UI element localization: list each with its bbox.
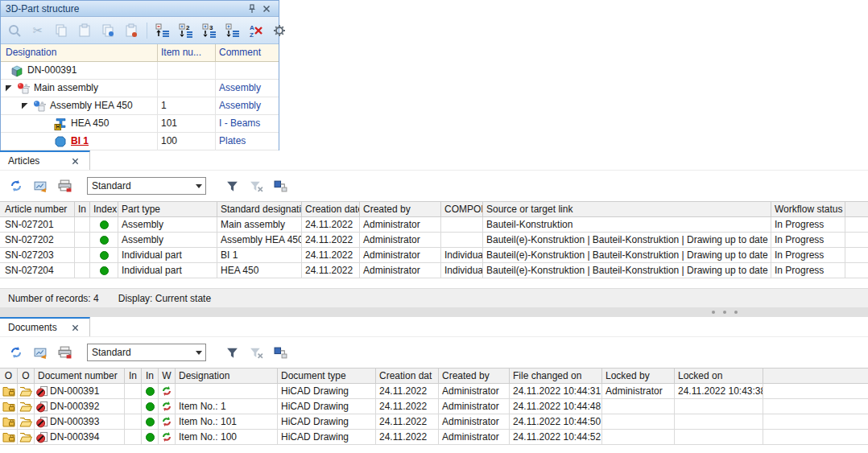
column-header-in2[interactable]: In	[142, 369, 159, 383]
filter-icon[interactable]	[222, 176, 242, 196]
refresh-icon[interactable]	[6, 176, 26, 196]
article-row[interactable]: SN-027204 Individual part HEA 450 24.11.…	[0, 263, 868, 278]
document-row[interactable]: DN-000391 HiCAD Drawing 24.11.2022 Admin…	[0, 384, 868, 399]
cell-in2	[142, 430, 159, 444]
collapse-all-icon[interactable]	[153, 21, 172, 40]
pin-icon[interactable]	[245, 2, 259, 15]
folder-locked-icon[interactable]	[2, 416, 15, 427]
document-number-text: DN-000393	[50, 414, 99, 429]
tree-label-highlighted[interactable]: BI 1	[71, 133, 89, 150]
folder-open-icon[interactable]	[19, 431, 32, 443]
column-header-created-by[interactable]: Created by	[439, 369, 510, 383]
folder-locked-icon[interactable]	[2, 401, 15, 412]
tree-expander-icon[interactable]	[6, 85, 12, 92]
cell-file-changed-on: 24.11.2022 10:44:50	[510, 414, 602, 429]
tree-row[interactable]: Main assembly Assembly	[1, 80, 279, 97]
linked-search-icon[interactable]	[271, 343, 290, 362]
column-header-o1[interactable]: O	[0, 369, 18, 383]
tab-documents[interactable]: Documents	[0, 317, 90, 336]
cell-document-type: HiCAD Drawing	[278, 399, 376, 414]
document-row[interactable]: DN-000392 Item No.: 1 HiCAD Drawing 24.1…	[0, 399, 868, 414]
result-list-select[interactable]: Standard	[87, 344, 206, 361]
tab-articles[interactable]: Articles	[0, 150, 90, 170]
column-header-in[interactable]: In	[75, 202, 90, 216]
folder-locked-icon[interactable]	[2, 431, 15, 443]
column-header-workflow-status[interactable]: Workflow status	[771, 202, 845, 216]
cell-item-number	[158, 62, 216, 79]
cell-locked-by: Administrator	[602, 384, 675, 398]
filter-icon[interactable]	[222, 343, 242, 362]
column-header-o2[interactable]: O	[18, 369, 35, 383]
document-row[interactable]: DN-000393 Item No.: 101 HiCAD Drawing 24…	[0, 414, 868, 430]
folder-open-icon[interactable]	[19, 385, 32, 397]
panel-splitter[interactable]	[0, 307, 868, 317]
tree-row[interactable]: Assembly HEA 450 1 Assembly	[1, 97, 279, 115]
expand-all-icon[interactable]	[223, 21, 242, 40]
column-header-comment[interactable]: Comment	[216, 44, 279, 61]
copy-with-attributes-icon[interactable]	[98, 21, 118, 40]
export-view-icon[interactable]	[31, 343, 50, 362]
document-row[interactable]: DN-000394 Item No.: 100 HiCAD Drawing 24…	[0, 430, 868, 445]
cell-designation: Item No.: 1	[176, 399, 278, 414]
column-header-creation-date[interactable]: Creation date	[302, 202, 360, 216]
cell-document-type: HiCAD Drawing	[278, 384, 376, 398]
article-row[interactable]: SN-027201 Assembly Main assembly 24.11.2…	[0, 217, 868, 233]
clear-filter-icon[interactable]	[246, 343, 266, 362]
column-header-item-number[interactable]: Item nu...	[158, 44, 216, 61]
column-header-document-number[interactable]: Document number	[35, 369, 125, 383]
documents-toolbar: Standard	[0, 337, 868, 368]
assembly-blue-icon	[33, 100, 46, 113]
close-icon[interactable]	[259, 2, 274, 15]
column-header-document-type[interactable]: Document type	[278, 369, 376, 383]
tab-close-icon[interactable]	[68, 321, 81, 334]
result-list-select[interactable]: Standard	[87, 177, 206, 195]
linked-search-icon[interactable]	[271, 176, 290, 196]
cell-comment: Assembly	[216, 97, 279, 114]
print-icon[interactable]	[55, 343, 74, 362]
article-row[interactable]: SN-027203 Individual part BI 1 24.11.202…	[0, 248, 868, 263]
column-header-in1[interactable]: In	[125, 369, 142, 383]
column-header-component[interactable]: COMPOI	[441, 202, 483, 216]
cut-icon[interactable]: ✂	[28, 21, 48, 40]
export-view-icon[interactable]	[31, 176, 50, 196]
search-icon[interactable]	[5, 21, 24, 40]
column-header-designation[interactable]: Designation	[176, 369, 278, 383]
folder-open-icon[interactable]	[19, 401, 32, 412]
tree-expander-icon[interactable]	[22, 103, 28, 109]
column-header-standard-designation[interactable]: Standard designatio	[217, 202, 302, 216]
paste-icon[interactable]	[75, 21, 94, 40]
column-header-created-by[interactable]: Created by	[360, 202, 441, 216]
clear-filter-icon[interactable]	[246, 176, 266, 196]
column-header-part-type[interactable]: Part type	[118, 202, 217, 216]
paste-with-attributes-icon[interactable]	[122, 21, 141, 40]
article-row[interactable]: SN-027202 Assembly Assembly HEA 450 24.1…	[0, 233, 868, 248]
column-header-article-number[interactable]: Article number	[0, 202, 75, 216]
print-icon[interactable]	[55, 176, 74, 196]
tree-row[interactable]: BI 1 100 Plates	[1, 133, 279, 150]
column-header-locked-by[interactable]: Locked by	[602, 369, 675, 383]
column-header-source-link[interactable]: Source or target link	[483, 202, 771, 216]
tree-row[interactable]: DN-000391	[1, 62, 279, 80]
tab-close-icon[interactable]	[68, 154, 81, 167]
folder-locked-icon[interactable]	[2, 385, 15, 397]
cell-workflow-status: In Progress	[771, 248, 845, 262]
column-header-locked-on[interactable]: Locked on	[675, 369, 763, 383]
expand-level-2-icon[interactable]	[176, 21, 196, 40]
column-header-file-changed-on[interactable]: File changed on	[510, 369, 602, 383]
tree-row[interactable]: HEA 450 101 I - Beams	[1, 115, 279, 133]
folder-open-icon[interactable]	[19, 416, 32, 427]
cell-folder-open	[18, 384, 35, 398]
remove-sorting-icon[interactable]	[246, 21, 266, 40]
cell-in2	[142, 414, 159, 429]
column-header-designation[interactable]: Designation	[1, 44, 158, 61]
column-header-index[interactable]: Index	[90, 202, 118, 216]
cell-comment: Plates	[216, 133, 279, 150]
column-header-w[interactable]: W	[159, 369, 176, 383]
cell-in1	[125, 414, 142, 429]
column-header-creation-date[interactable]: Creation dat	[376, 369, 439, 383]
settings-gear-icon[interactable]	[270, 21, 289, 40]
expand-level-3-icon[interactable]	[200, 21, 219, 40]
refresh-icon[interactable]	[6, 343, 26, 362]
document-number-text: DN-000394	[50, 430, 99, 444]
copy-icon[interactable]	[52, 21, 71, 40]
